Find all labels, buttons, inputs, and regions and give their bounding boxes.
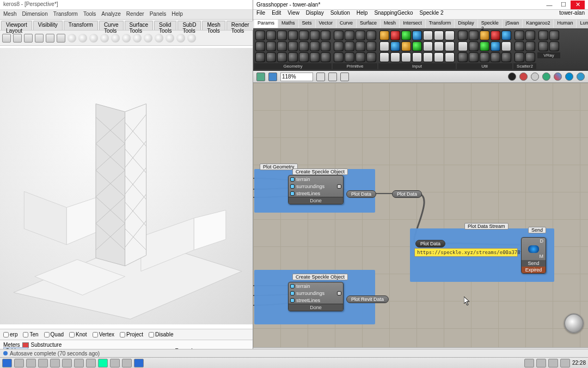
taskbar-icon[interactable] bbox=[122, 359, 132, 367]
ribbon-icon[interactable] bbox=[321, 41, 330, 51]
display-mode-icon[interactable] bbox=[554, 73, 562, 81]
mi[interactable]: Display bbox=[306, 10, 324, 19]
tool-icon[interactable] bbox=[155, 34, 163, 43]
tool-icon[interactable] bbox=[46, 34, 54, 43]
tab[interactable]: Visibility bbox=[33, 21, 63, 30]
mi[interactable]: Help bbox=[171, 11, 183, 18]
ribbon-icon[interactable] bbox=[334, 31, 344, 40]
ribbon-icon[interactable] bbox=[366, 52, 376, 62]
gh-ribbon-tabs[interactable]: Params Maths Sets Vector Curve Surface M… bbox=[253, 20, 588, 28]
rtab[interactable]: jSwan bbox=[503, 20, 523, 28]
display-mode-icon[interactable] bbox=[542, 73, 550, 81]
gh-titlebar[interactable]: Grasshopper - tower-alan* — ☐ ✕ bbox=[253, 0, 588, 10]
ribbon-icon[interactable] bbox=[458, 31, 468, 40]
ribbon-icon[interactable] bbox=[277, 31, 287, 40]
tab[interactable]: Solid Tools bbox=[154, 21, 176, 30]
ribbon-icon[interactable] bbox=[480, 41, 489, 51]
tool-icon[interactable] bbox=[187, 34, 196, 43]
input-port[interactable] bbox=[290, 298, 295, 303]
ribbon-icon[interactable] bbox=[266, 41, 276, 51]
ribbon-icon[interactable] bbox=[266, 52, 276, 62]
ribbon-icon[interactable] bbox=[310, 52, 320, 62]
param-plot-data[interactable]: Plot Data bbox=[346, 190, 376, 198]
ribbon-icon[interactable] bbox=[379, 41, 389, 51]
gh-filename[interactable]: tower-alan bbox=[559, 10, 585, 19]
rtab[interactable]: Surface bbox=[357, 20, 380, 28]
mi[interactable]: Transform bbox=[53, 11, 78, 18]
ribbon-icon[interactable] bbox=[299, 41, 309, 51]
ribbon-icon[interactable] bbox=[310, 41, 320, 51]
ribbon-icon[interactable] bbox=[379, 52, 389, 62]
ribbon-icon[interactable] bbox=[255, 31, 265, 40]
mi[interactable]: Speckle 2 bbox=[420, 10, 444, 19]
rhino-viewport[interactable] bbox=[0, 48, 253, 324]
rtab[interactable]: Vector bbox=[316, 20, 336, 28]
rhino-menubar[interactable]: Mesh Dimension Transform Tools Analyze R… bbox=[0, 10, 253, 20]
tool-icon[interactable] bbox=[13, 34, 22, 43]
ribbon-icon[interactable] bbox=[299, 52, 309, 62]
tab[interactable]: Viewport Layout bbox=[1, 21, 32, 30]
osnap-item[interactable]: Disable bbox=[149, 331, 173, 337]
mi[interactable]: Dimension bbox=[22, 11, 47, 18]
ribbon-icon[interactable] bbox=[469, 52, 479, 62]
ribbon-icon[interactable] bbox=[277, 41, 287, 51]
rtab[interactable]: Maths bbox=[278, 20, 298, 28]
ribbon-icon[interactable] bbox=[310, 31, 320, 40]
ribbon-icon[interactable] bbox=[334, 52, 344, 62]
ribbon-icon[interactable] bbox=[390, 41, 400, 51]
ribbon-icon[interactable] bbox=[458, 41, 468, 51]
ribbon-icon[interactable] bbox=[480, 52, 489, 62]
ribbon-icon[interactable] bbox=[266, 31, 276, 40]
rtab[interactable]: Speckle 2 bbox=[478, 20, 502, 28]
layer-name[interactable]: Substructure bbox=[31, 342, 62, 348]
mi[interactable]: Analyze bbox=[101, 11, 121, 18]
gh-ribbon[interactable]: Geometry Primitive Input Util bbox=[253, 28, 588, 71]
ribbon-icon[interactable] bbox=[334, 41, 344, 51]
display-mode-icon[interactable] bbox=[531, 73, 539, 81]
rhino-osnap-bar[interactable]: erp Ten Quad Knot Vertex Project Disable bbox=[0, 329, 253, 340]
ribbon-icon[interactable] bbox=[366, 31, 376, 40]
mi[interactable]: Render bbox=[126, 11, 144, 18]
tray-icon[interactable] bbox=[536, 359, 546, 367]
mi[interactable]: Edit bbox=[272, 10, 281, 19]
input-port[interactable] bbox=[290, 184, 295, 189]
zoom-fit-icon[interactable] bbox=[316, 73, 325, 81]
rhino-toolbar-tabs[interactable]: Viewport Layout Visibility Transform Cur… bbox=[0, 20, 253, 31]
taskbar-icon[interactable] bbox=[134, 359, 144, 367]
tool-icon[interactable] bbox=[78, 34, 87, 43]
ribbon-icon[interactable] bbox=[525, 31, 535, 40]
zoom-select[interactable] bbox=[280, 73, 313, 81]
ribbon-icon[interactable] bbox=[549, 31, 559, 40]
taskbar-icon[interactable] bbox=[38, 359, 48, 367]
ribbon-icon[interactable] bbox=[501, 52, 511, 62]
osnap-item[interactable]: Knot bbox=[69, 331, 87, 337]
minimize-button[interactable]: — bbox=[542, 1, 556, 9]
mi[interactable]: SnappingGecko bbox=[374, 10, 413, 19]
input-port[interactable] bbox=[290, 177, 295, 182]
ribbon-icon[interactable] bbox=[255, 41, 265, 51]
url-panel[interactable]: https://speckle.xyz/streams/e00a378fd5 bbox=[414, 248, 518, 257]
mi[interactable]: Mesh bbox=[3, 11, 16, 18]
display-mode-icon[interactable] bbox=[565, 73, 573, 81]
tool-icon[interactable] bbox=[166, 34, 174, 43]
component-create-speckle-object[interactable]: terrain surroundings streetLines Done bbox=[288, 175, 344, 204]
osnap-item[interactable]: erp bbox=[3, 331, 17, 337]
tool-icon[interactable] bbox=[35, 34, 44, 43]
ribbon-icon[interactable] bbox=[538, 31, 548, 40]
ribbon-icon[interactable] bbox=[501, 31, 511, 40]
ribbon-icon[interactable] bbox=[288, 41, 298, 51]
mi[interactable]: File bbox=[256, 10, 265, 19]
sketch-icon[interactable] bbox=[340, 73, 349, 81]
tab[interactable]: SubD Tools bbox=[177, 21, 201, 30]
taskbar-icon[interactable] bbox=[50, 359, 60, 367]
ribbon-icon[interactable] bbox=[423, 31, 433, 40]
tool-icon[interactable] bbox=[24, 34, 33, 43]
ribbon-icon[interactable] bbox=[423, 41, 433, 51]
tray-icon[interactable] bbox=[560, 359, 570, 367]
tab[interactable]: Curve Tools bbox=[99, 21, 124, 30]
output-port[interactable] bbox=[337, 184, 341, 189]
tool-icon[interactable] bbox=[100, 34, 109, 43]
rtab[interactable]: LunchBox bbox=[577, 20, 588, 28]
ribbon-icon[interactable] bbox=[401, 52, 411, 62]
gh-canvas[interactable]: Plot Geometry Create Speckle Object terr… bbox=[253, 83, 588, 347]
